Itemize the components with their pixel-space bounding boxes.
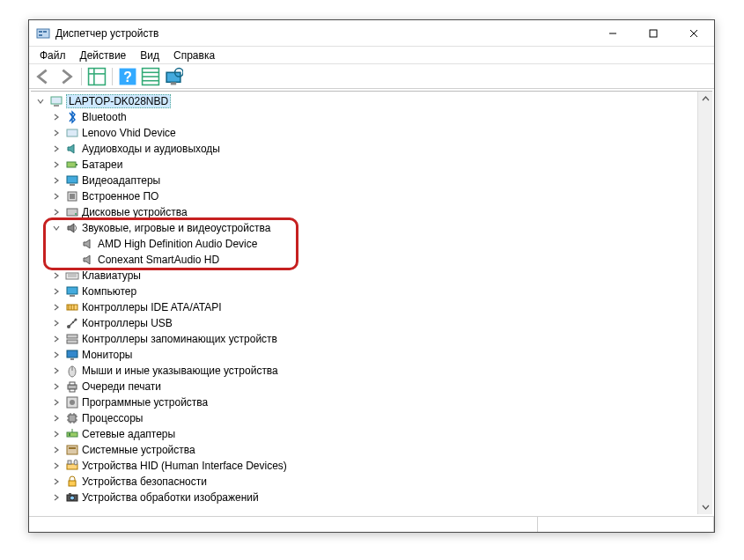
properties-button[interactable]: [140, 66, 161, 87]
chevron-right-icon[interactable]: [50, 412, 63, 424]
svg-rect-2: [43, 31, 47, 33]
scroll-down-arrow[interactable]: [698, 499, 713, 514]
chevron-right-icon[interactable]: [50, 190, 63, 203]
chevron-right-icon[interactable]: [50, 127, 63, 139]
svg-rect-55: [69, 415, 76, 422]
titlebar[interactable]: Диспетчер устройств: [29, 20, 714, 47]
close-button[interactable]: [674, 20, 714, 47]
system-icon: [65, 443, 79, 457]
battery-icon: [65, 158, 79, 172]
tree-category[interactable]: Компьютер: [31, 284, 697, 299]
chevron-right-icon[interactable]: [50, 333, 63, 345]
svg-rect-47: [70, 358, 74, 360]
toolbar-separator: [81, 68, 82, 85]
tree-item-label: Контроллеры IDE ATA/ATAPI: [82, 301, 222, 313]
chevron-right-icon[interactable]: [50, 143, 63, 155]
vertical-scrollbar[interactable]: [697, 92, 712, 514]
tree-item-label: Дисковые устройства: [82, 206, 188, 218]
chevron-right-icon[interactable]: [50, 111, 63, 123]
svg-rect-72: [69, 481, 76, 486]
tree-category[interactable]: Устройства безопасности: [31, 474, 697, 490]
chevron-right-icon[interactable]: [50, 491, 63, 504]
menu-file[interactable]: Файл: [33, 48, 73, 63]
tree-item-label: Сетевые адаптеры: [82, 428, 175, 440]
device-tree[interactable]: LAPTOP-DK028NBDBluetoothLenovo Vhid Devi…: [31, 92, 697, 514]
svg-rect-8: [89, 68, 106, 85]
ide-icon: [65, 300, 79, 314]
chevron-right-icon[interactable]: [50, 317, 63, 329]
chevron-right-icon[interactable]: [50, 158, 63, 171]
tree-category[interactable]: Контроллеры USB: [31, 315, 697, 331]
svg-point-30: [75, 213, 77, 215]
svg-rect-1: [39, 31, 42, 33]
tree-category[interactable]: Встроенное ПО: [31, 188, 697, 204]
chevron-right-icon[interactable]: [50, 285, 63, 298]
tree-category[interactable]: Устройства HID (Human Interface Devices): [31, 458, 697, 474]
keyboard-icon: [65, 269, 79, 283]
tree-category[interactable]: Системные устройства: [31, 442, 697, 458]
show-hide-tree-button[interactable]: [86, 66, 107, 87]
printer-icon: [65, 379, 79, 394]
chevron-right-icon[interactable]: [50, 206, 63, 218]
chevron-right-icon[interactable]: [50, 444, 63, 456]
svg-rect-20: [51, 97, 62, 104]
tree-category[interactable]: Видеоадаптеры: [31, 173, 697, 188]
tree-category[interactable]: Очереди печати: [31, 379, 697, 394]
chevron-right-icon[interactable]: [50, 269, 63, 282]
tree-category[interactable]: Мыши и иные указывающие устройства: [31, 363, 697, 379]
tree-category[interactable]: Сетевые адаптеры: [31, 426, 697, 442]
tree-category[interactable]: Контроллеры IDE ATA/ATAPI: [31, 299, 697, 315]
scroll-up-arrow[interactable]: [698, 92, 713, 107]
chevron-right-icon[interactable]: [50, 380, 63, 393]
svg-rect-45: [67, 340, 77, 343]
tree-category[interactable]: Мониторы: [31, 347, 697, 363]
tree-category[interactable]: Устройства обработки изображений: [31, 490, 697, 505]
chevron-right-icon[interactable]: [50, 396, 63, 409]
svg-rect-68: [69, 447, 76, 449]
tree-item-label: Lenovo Vhid Device: [82, 127, 176, 139]
tree-item-label: Аудиовходы и аудиовыходы: [82, 143, 220, 155]
tree-item-label: Контроллеры USB: [82, 317, 173, 329]
menu-action[interactable]: Действие: [73, 48, 134, 63]
tree-item-label: Компьютер: [82, 285, 136, 298]
menu-help[interactable]: Справка: [166, 48, 222, 63]
chevron-right-icon[interactable]: [50, 174, 63, 187]
scan-hardware-button[interactable]: [163, 66, 184, 87]
audio-io-icon: [65, 142, 79, 156]
chevron-right-icon[interactable]: [50, 365, 63, 377]
chevron-down-icon[interactable]: [34, 95, 47, 107]
svg-point-54: [70, 400, 75, 405]
chevron-right-icon[interactable]: [50, 428, 63, 440]
tree-root[interactable]: LAPTOP-DK028NBD: [31, 93, 697, 109]
chevron-right-icon[interactable]: [50, 475, 63, 488]
cpu-icon: [65, 411, 79, 425]
forward-button: [55, 66, 77, 87]
tree-category[interactable]: Программные устройства: [31, 394, 697, 410]
svg-text:?: ?: [123, 70, 132, 85]
network-icon: [65, 427, 79, 441]
tree-item-label: Встроенное ПО: [82, 190, 158, 203]
svg-rect-22: [67, 129, 77, 136]
tree-item-label: Батареи: [82, 158, 122, 171]
tree-category[interactable]: Контроллеры запоминающих устройств: [31, 331, 697, 347]
security-icon: [65, 475, 79, 489]
svg-point-42: [75, 319, 77, 321]
svg-rect-24: [76, 164, 77, 166]
tree-item-label: Клавиатуры: [82, 269, 141, 282]
tree-category[interactable]: Батареи: [31, 157, 697, 173]
help-button[interactable]: ?: [117, 66, 138, 87]
chevron-right-icon[interactable]: [50, 460, 63, 472]
svg-rect-52: [70, 389, 75, 392]
tree-category[interactable]: Процессоры: [31, 410, 697, 426]
chevron-right-icon[interactable]: [50, 301, 63, 313]
toolbar: ?: [29, 64, 714, 89]
svg-rect-0: [37, 29, 49, 38]
tree-category[interactable]: Bluetooth: [31, 109, 697, 125]
chevron-right-icon[interactable]: [50, 349, 63, 361]
minimize-button[interactable]: [593, 20, 633, 47]
tree-category[interactable]: Lenovo Vhid Device: [31, 125, 697, 141]
tree-item-label: Устройства обработки изображений: [82, 491, 259, 504]
menu-view[interactable]: Вид: [133, 48, 166, 63]
maximize-button[interactable]: [633, 20, 674, 47]
tree-category[interactable]: Аудиовходы и аудиовыходы: [31, 141, 697, 157]
